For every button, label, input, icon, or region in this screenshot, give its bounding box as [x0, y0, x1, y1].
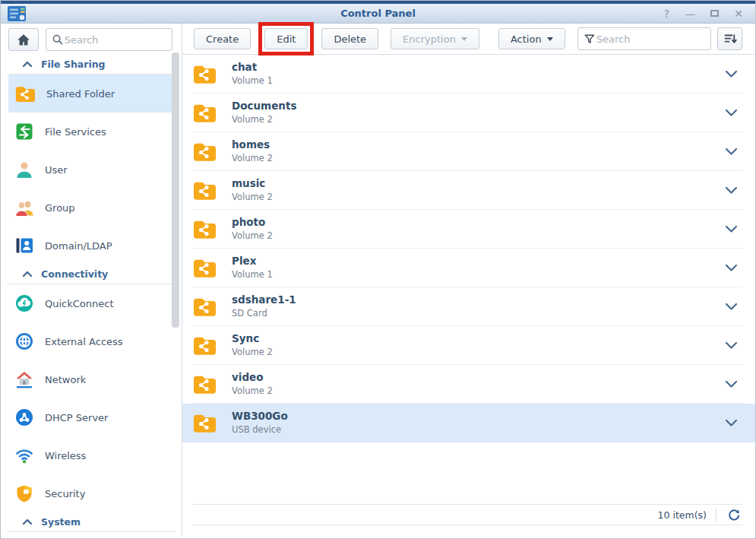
folder-name: music [232, 177, 273, 190]
shared-folder-list: chat Volume 1 Documents Volume 2 [182, 55, 755, 442]
chevron-up-icon [22, 518, 33, 526]
sidebar-item-quickconnect[interactable]: QuickConnect [8, 284, 172, 322]
action-button[interactable]: Action [498, 28, 565, 49]
sidebar-item-security[interactable]: Security [8, 474, 172, 512]
table-row[interactable]: video Volume 2 [192, 365, 742, 404]
folder-location: USB device [232, 424, 288, 436]
table-row[interactable]: photo Volume 2 [192, 210, 742, 249]
table-row[interactable]: Documents Volume 2 [192, 94, 742, 132]
domain-ldap-icon [14, 236, 34, 255]
network-icon [14, 369, 34, 389]
folder-location: Volume 2 [232, 385, 273, 397]
shared-folder-icon [192, 101, 217, 124]
section-header-connectivity[interactable]: Connectivity [7, 265, 176, 284]
folder-name: Sync [232, 332, 273, 345]
help-icon[interactable]: ? [664, 8, 669, 19]
shared-folder-icon [192, 256, 217, 279]
sidebar: File Sharing Shared Folder File Services [1, 24, 182, 536]
table-row-selected[interactable]: WB300Go USB device [182, 404, 755, 442]
folder-location: Volume 2 [232, 114, 296, 125]
sidebar-scrollbar[interactable] [172, 52, 179, 328]
folder-name: sdshare1-1 [232, 293, 296, 306]
chevron-down-icon[interactable] [725, 341, 738, 350]
filter-search [577, 27, 711, 50]
footer-divider [716, 509, 716, 522]
chevron-up-icon [22, 270, 33, 278]
edit-button[interactable]: Edit [264, 28, 308, 49]
item-count: 10 item(s) [658, 509, 707, 521]
dhcp-server-icon [14, 407, 34, 427]
home-button[interactable] [8, 28, 39, 51]
user-icon [14, 160, 34, 179]
wireless-icon [14, 445, 34, 465]
chevron-down-icon[interactable] [725, 419, 738, 427]
group-icon [14, 198, 34, 217]
folder-name: homes [232, 138, 273, 151]
shared-folder-icon [192, 179, 217, 201]
control-panel-window: Control Panel ? — ✕ [0, 0, 756, 539]
chevron-down-icon[interactable] [725, 186, 738, 195]
folder-name: WB300Go [232, 410, 288, 423]
table-row[interactable]: music Volume 2 [192, 171, 742, 210]
table-row[interactable]: Plex Volume 1 [192, 249, 742, 287]
main-panel: Create Edit Delete Encryption Action [182, 24, 755, 536]
sidebar-item-external-access[interactable]: External Access [8, 322, 172, 360]
refresh-button[interactable] [726, 508, 742, 522]
sidebar-item-network[interactable]: Network [8, 360, 172, 398]
close-icon[interactable]: ✕ [734, 8, 743, 19]
shared-folder-icon [192, 217, 217, 240]
file-services-icon [14, 122, 34, 141]
sidebar-item-dhcp-server[interactable]: DHCP Server [8, 398, 172, 436]
sort-icon [723, 32, 738, 46]
sidebar-item-user[interactable]: User [8, 151, 172, 189]
folder-name: video [232, 371, 273, 384]
encryption-button[interactable]: Encryption [391, 28, 479, 49]
folder-location: SD Card [232, 308, 296, 319]
titlebar: Control Panel ? — ✕ [1, 1, 755, 24]
section-header-system[interactable]: System [7, 512, 176, 532]
search-input[interactable] [65, 34, 167, 46]
maximize-icon[interactable] [710, 10, 719, 17]
folder-location: Volume 1 [232, 269, 273, 281]
chevron-down-icon[interactable] [725, 109, 738, 117]
chevron-down-icon[interactable] [725, 380, 738, 388]
chevron-down-icon[interactable] [725, 303, 738, 311]
edit-highlight-annotation: Edit [258, 22, 314, 55]
sidebar-item-shared-folder[interactable]: Shared Folder [8, 75, 172, 113]
chevron-up-icon [22, 60, 33, 68]
sort-button[interactable] [717, 27, 742, 50]
table-row[interactable]: sdshare1-1 SD Card [192, 287, 742, 326]
create-button[interactable]: Create [194, 28, 251, 49]
shared-folder-icon [192, 334, 217, 357]
folder-location: Volume 1 [232, 75, 273, 87]
folder-location: Volume 2 [232, 192, 273, 203]
table-row[interactable]: homes Volume 2 [192, 132, 742, 171]
refresh-icon [727, 508, 741, 522]
table-row[interactable]: Sync Volume 2 [192, 326, 742, 365]
shared-folder-icon [14, 84, 36, 103]
table-row[interactable]: chat Volume 1 [192, 55, 742, 94]
folder-location: Volume 2 [232, 230, 273, 242]
home-icon [15, 32, 32, 47]
folder-location: Volume 2 [232, 347, 273, 358]
chevron-down-icon[interactable] [725, 147, 738, 156]
section-header-file-sharing[interactable]: File Sharing [7, 55, 176, 75]
delete-button[interactable]: Delete [321, 28, 378, 49]
chevron-down-icon[interactable] [725, 70, 738, 78]
chevron-down-icon [461, 37, 467, 41]
sidebar-item-domain-ldap[interactable]: Domain/LDAP [8, 227, 172, 265]
sidebar-item-group[interactable]: Group [8, 189, 172, 227]
folder-location: Volume 2 [232, 153, 273, 164]
main-toolbar: Create Edit Delete Encryption Action [182, 24, 755, 55]
chevron-down-icon[interactable] [725, 225, 738, 233]
sidebar-item-file-services[interactable]: File Services [8, 113, 172, 151]
chevron-down-icon[interactable] [725, 264, 738, 272]
page-title: Control Panel [1, 8, 755, 19]
sidebar-item-wireless[interactable]: Wireless [8, 436, 172, 474]
sidebar-search [46, 28, 172, 51]
external-access-icon [14, 331, 34, 351]
minimize-icon[interactable]: — [685, 8, 695, 19]
folder-search-input[interactable] [596, 33, 706, 45]
shared-folder-icon [192, 140, 217, 163]
quickconnect-icon [14, 293, 34, 313]
